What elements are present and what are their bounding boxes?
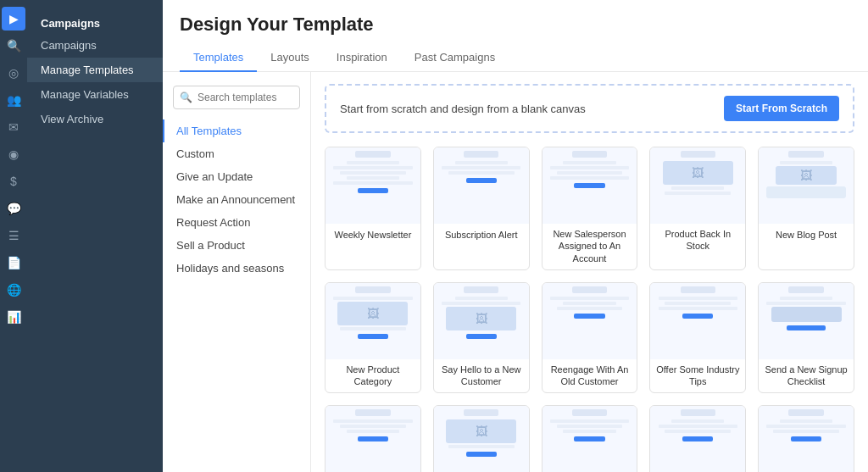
template-card-1[interactable]: Subscription Alert — [433, 147, 530, 270]
template-card-5[interactable]: 🖼 New Product Category — [325, 282, 421, 394]
template-label-2: New Salesperson Assigned to An Account — [542, 224, 637, 269]
main-content: Design Your Template Templates Layouts I… — [163, 0, 868, 472]
filter-sell-product[interactable]: Sell a Product — [163, 234, 310, 257]
template-grid: Weekly Newsletter Subscription Alert — [325, 147, 854, 472]
template-card-7[interactable]: Reengage With An Old Customer — [542, 282, 638, 394]
template-label-3: Product Back In Stock — [650, 224, 745, 258]
search-box[interactable]: 🔍 — [173, 86, 300, 109]
template-thumb-14 — [759, 406, 854, 472]
nav-icon-list[interactable]: ☰ — [2, 224, 25, 247]
filter-all-templates[interactable]: All Templates — [163, 119, 310, 142]
template-thumb-4: 🖼 — [759, 147, 854, 224]
tab-past-campaigns[interactable]: Past Campaigns — [401, 44, 509, 72]
template-thumb-5: 🖼 — [326, 283, 420, 359]
template-card-10[interactable]: Request a Review — [325, 405, 421, 472]
nav-icon-dollar[interactable]: $ — [2, 169, 25, 193]
template-card-6[interactable]: 🖼 Say Hello to a New Customer — [433, 282, 530, 394]
template-label-8: Offer Some Industry Tips — [650, 359, 745, 393]
nav-icon-location[interactable]: ◎ — [2, 61, 25, 85]
tab-inspiration[interactable]: Inspiration — [323, 44, 401, 72]
sidebar-section-title: Campaigns — [27, 10, 163, 33]
scratch-banner: Start from scratch and design from a bla… — [325, 84, 854, 133]
template-grid-area: Start from scratch and design from a bla… — [311, 72, 868, 472]
template-card-8[interactable]: Offer Some Industry Tips — [649, 282, 746, 394]
sidebar-item-manage-variables[interactable]: Manage Variables — [27, 82, 163, 107]
nav-icon-mail[interactable]: ✉ — [2, 115, 25, 139]
filter-panel: 🔍 All Templates Custom Give an Update Ma… — [163, 72, 311, 472]
page-title: Design Your Template — [180, 14, 851, 36]
template-thumb-13 — [650, 406, 745, 472]
nav-icon-search[interactable]: 🔍 — [2, 34, 25, 58]
filter-announcement[interactable]: Make an Announcement — [163, 188, 310, 211]
nav-icon-doc[interactable]: 📄 — [2, 251, 25, 275]
filter-request-action[interactable]: Request Action — [163, 211, 310, 234]
nav-icon-arrow[interactable]: ▶ — [2, 7, 25, 31]
filter-give-update[interactable]: Give an Update — [163, 165, 310, 188]
template-label-7: Reengage With An Old Customer — [542, 359, 637, 393]
sidebar-item-view-archive[interactable]: View Archive — [27, 107, 163, 131]
nav-icon-chat[interactable]: 💬 — [2, 197, 25, 220]
template-thumb-6: 🖼 — [434, 283, 529, 359]
template-thumb-0 — [326, 147, 420, 224]
sidebar: Campaigns Campaigns Manage Templates Man… — [27, 0, 163, 472]
template-thumb-9 — [759, 283, 854, 359]
template-card-13[interactable]: Sign Up For A Webinar — [649, 405, 746, 472]
template-card-4[interactable]: 🖼 New Blog Post — [758, 147, 854, 270]
template-thumb-12 — [542, 406, 637, 472]
template-thumb-3: 🖼 — [650, 147, 745, 224]
nav-icon-target[interactable]: ◉ — [2, 142, 25, 166]
tab-templates[interactable]: Templates — [180, 44, 257, 72]
template-thumb-1 — [434, 147, 529, 224]
template-card-9[interactable]: Send a New Signup Checklist — [758, 282, 854, 394]
tab-layouts[interactable]: Layouts — [257, 44, 323, 72]
template-card-14[interactable]: Sign Up For An Event — [758, 405, 854, 472]
template-label-4: New Blog Post — [759, 224, 854, 247]
template-card-2[interactable]: New Salesperson Assigned to An Account — [542, 147, 638, 270]
sidebar-item-manage-templates[interactable]: Manage Templates — [27, 58, 163, 82]
nav-icon-users[interactable]: 👥 — [2, 88, 25, 112]
search-icon: 🔍 — [180, 92, 192, 103]
template-thumb-8 — [650, 283, 745, 359]
template-label-5: New Product Category — [326, 359, 420, 393]
template-thumb-10 — [326, 406, 420, 472]
template-label-6: Say Hello to a New Customer — [434, 359, 529, 393]
template-label-9: Send a New Signup Checklist — [759, 359, 854, 393]
nav-icon-globe[interactable]: 🌐 — [2, 278, 25, 302]
filter-holidays[interactable]: Holidays and seasons — [163, 257, 310, 280]
template-label-1: Subscription Alert — [434, 224, 529, 247]
page-header: Design Your Template Templates Layouts I… — [163, 0, 868, 72]
nav-bar: ▶ 🔍 ◎ 👥 ✉ ◉ $ 💬 ☰ 📄 🌐 📊 — [0, 0, 27, 472]
content-area: 🔍 All Templates Custom Give an Update Ma… — [163, 72, 868, 472]
scratch-text: Start from scratch and design from a bla… — [340, 103, 586, 115]
template-card-11[interactable]: 🖼 Share a Product — [433, 405, 530, 472]
template-card-3[interactable]: 🖼 Product Back In Stock — [649, 147, 746, 270]
template-thumb-11: 🖼 — [434, 406, 529, 472]
tabs-container: Templates Layouts Inspiration Past Campa… — [180, 44, 851, 71]
template-card-0[interactable]: Weekly Newsletter — [325, 147, 421, 270]
template-thumb-2 — [542, 147, 637, 224]
nav-icon-chart[interactable]: 📊 — [2, 305, 25, 329]
template-card-12[interactable]: Make A Referral — [542, 405, 638, 472]
start-from-scratch-button[interactable]: Start From Scratch — [724, 96, 839, 121]
sidebar-item-campaigns[interactable]: Campaigns — [27, 33, 163, 58]
template-label-0: Weekly Newsletter — [326, 224, 420, 247]
filter-custom[interactable]: Custom — [163, 142, 310, 165]
template-thumb-7 — [542, 283, 637, 359]
